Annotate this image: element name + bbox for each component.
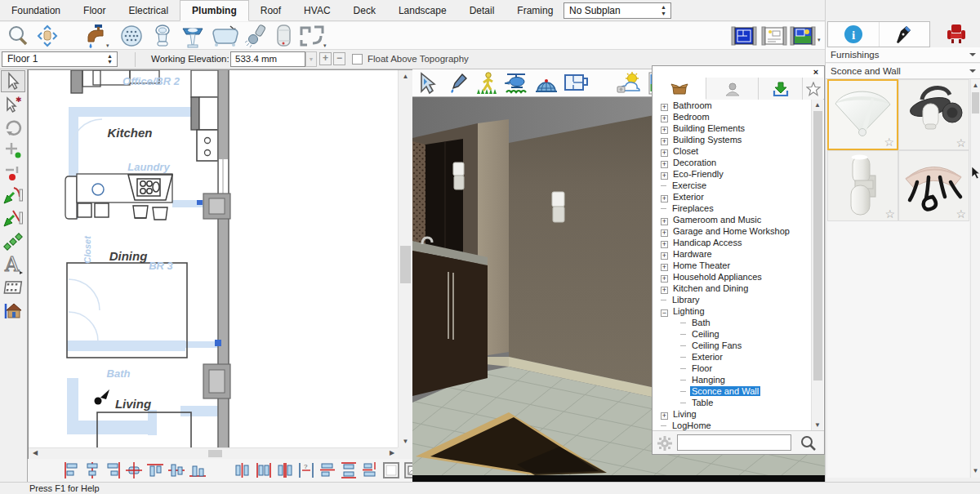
water-heater-icon[interactable]	[271, 24, 297, 47]
text-icon[interactable]: A	[1, 253, 25, 275]
thumbnail-barn-sconce[interactable]: ☆	[898, 79, 969, 150]
faucet-icon[interactable]: ▾	[82, 24, 114, 47]
align-center-vertical-icon[interactable]	[83, 461, 101, 479]
align-bottom-icon[interactable]	[189, 461, 207, 479]
tree-expander-icon[interactable]	[661, 287, 668, 294]
library-tab-favorites[interactable]	[803, 78, 823, 100]
tree-expander-icon[interactable]	[661, 412, 668, 420]
library-search-input[interactable]	[677, 434, 791, 451]
plan-horizontal-scrollbar[interactable]: ◀ ▶	[29, 447, 399, 459]
tree-item[interactable]: Ceiling Fans	[653, 340, 812, 351]
center-on-point-icon[interactable]	[125, 461, 143, 479]
library-tab-people[interactable]	[706, 78, 759, 100]
sprayer-icon[interactable]	[243, 24, 270, 47]
plan-overlay-icon[interactable]	[563, 71, 589, 96]
ribbon-tab[interactable]: Electrical	[117, 1, 180, 22]
favorite-star-icon[interactable]: ☆	[956, 207, 966, 220]
scroll-up-icon[interactable]: ▲	[813, 100, 822, 110]
gear-icon[interactable]	[657, 435, 673, 452]
pan-icon[interactable]	[34, 24, 60, 47]
plan-view-icon[interactable]	[729, 24, 759, 47]
favorite-star-icon[interactable]: ☆	[884, 207, 895, 220]
space-right-icon[interactable]	[276, 461, 294, 479]
tree-item[interactable]: Bedroom	[653, 111, 812, 122]
rotate-icon[interactable]	[1, 116, 25, 138]
plan-vscroll-thumb[interactable]	[400, 246, 411, 283]
tree-expander-icon[interactable]	[661, 252, 668, 260]
ribbon-tab[interactable]: Detail	[458, 1, 506, 22]
tree-item[interactable]: Bath	[653, 317, 812, 328]
favorite-star-icon[interactable]: ☆	[956, 136, 966, 149]
tree-item[interactable]: Living	[653, 408, 812, 420]
tree-item[interactable]: Bathroom	[653, 100, 812, 111]
3d-view-icon[interactable]	[788, 24, 817, 47]
floor-spinner[interactable]: ▲▼	[105, 53, 115, 65]
select-arrow-icon[interactable]	[416, 71, 442, 96]
tree-expander-icon[interactable]	[661, 115, 668, 122]
tree-expander-icon[interactable]	[661, 182, 667, 189]
zoom-line-icon[interactable]	[1, 207, 25, 229]
elevation-view-icon[interactable]	[760, 24, 789, 47]
furnishings-scroll-thumb[interactable]	[972, 92, 979, 113]
tree-item[interactable]: Hardware	[653, 248, 812, 260]
bathtub-icon[interactable]	[210, 24, 241, 47]
floor-plan-canvas[interactable]: Office/BR 2 Kitchen Laundry Closet Dinin…	[29, 70, 398, 448]
subplan-spinner[interactable]: ▲▼	[658, 4, 669, 17]
tree-item[interactable]: Exercise	[653, 180, 812, 191]
tree-item[interactable]: Eco-Friendly	[653, 168, 812, 180]
ribbon-tab[interactable]: Floor	[72, 1, 117, 22]
tree-expander-icon[interactable]	[661, 161, 668, 168]
walkthrough-icon[interactable]	[1, 276, 25, 298]
tree-item[interactable]: LogHome	[653, 420, 812, 431]
info-icon[interactable]: i	[828, 22, 880, 47]
elevation-decrease-button[interactable]: −	[333, 52, 345, 65]
frame-icon[interactable]	[382, 461, 400, 479]
zoom-icon[interactable]	[5, 24, 31, 47]
toilet-icon[interactable]	[149, 24, 176, 47]
tree-expander-icon[interactable]	[661, 296, 667, 304]
tree-item[interactable]: Handicap Access	[653, 237, 812, 248]
library-tab-catalog[interactable]	[653, 78, 706, 100]
tree-expander-icon[interactable]	[661, 422, 667, 429]
subplan-dropdown[interactable]: No Subplan▲▼	[564, 2, 671, 19]
space-center-h-icon[interactable]	[255, 461, 273, 479]
furnishings-scrollbar[interactable]: ▲ ▼	[970, 79, 980, 478]
sink-icon[interactable]	[180, 24, 206, 47]
tree-expander-icon[interactable]	[680, 376, 687, 384]
thumbnail-iron-fan-sconce[interactable]: ☆	[898, 150, 969, 221]
tree-item[interactable]: Building Systems	[653, 134, 812, 145]
tree-expander-icon[interactable]	[661, 205, 667, 212]
ribbon-tab[interactable]: Landscape	[387, 1, 458, 22]
tree-expander-icon[interactable]	[661, 241, 668, 248]
tree-expander-icon[interactable]	[661, 127, 668, 134]
tree-expander-icon[interactable]	[661, 229, 668, 237]
pipe-fittings-icon[interactable]: ▾	[297, 24, 330, 47]
zoom-selection-icon[interactable]	[1, 185, 25, 207]
tree-expander-icon[interactable]	[680, 342, 687, 349]
subcategory-header[interactable]: Sconce and Wall	[826, 64, 980, 79]
fly-mode-icon[interactable]	[504, 71, 530, 96]
category-header[interactable]: Furnishings	[826, 47, 980, 63]
working-elevation-input[interactable]: 533.4 mm	[230, 51, 305, 67]
float-above-topography-checkbox[interactable]	[352, 54, 363, 65]
scroll-up-icon[interactable]: ▲	[971, 81, 980, 91]
tree-item[interactable]: Gameroom and Music	[653, 214, 812, 225]
ribbon-tab[interactable]: Framing	[506, 1, 564, 22]
ribbon-tab[interactable]: Foundation	[0, 1, 72, 22]
floor-plan-view[interactable]: Office/BR 2 Kitchen Laundry Closet Dinin…	[28, 69, 412, 459]
working-elevation-dropdown[interactable]: ▼	[305, 51, 317, 67]
tree-expander-icon[interactable]	[680, 319, 687, 327]
select-icon[interactable]	[1, 70, 25, 92]
plan-vertical-scrollbar[interactable]: ▲ ▼	[398, 70, 412, 448]
scroll-down-icon[interactable]: ▼	[813, 421, 822, 430]
search-icon[interactable]	[800, 434, 817, 452]
tree-item[interactable]: Exterior	[653, 351, 812, 363]
environment-icon[interactable]	[613, 71, 649, 96]
view-dropdown-icon[interactable]: ▾	[817, 37, 821, 43]
elevation-increase-button[interactable]: +	[319, 52, 332, 65]
floor-selector[interactable]: Floor 1▲▼	[2, 51, 118, 67]
dome-view-icon[interactable]	[533, 71, 559, 96]
align-middle-icon[interactable]	[167, 461, 185, 479]
select-special-icon[interactable]: ✱	[1, 93, 25, 115]
tree-item[interactable]: Sconce and Wall	[653, 385, 812, 397]
